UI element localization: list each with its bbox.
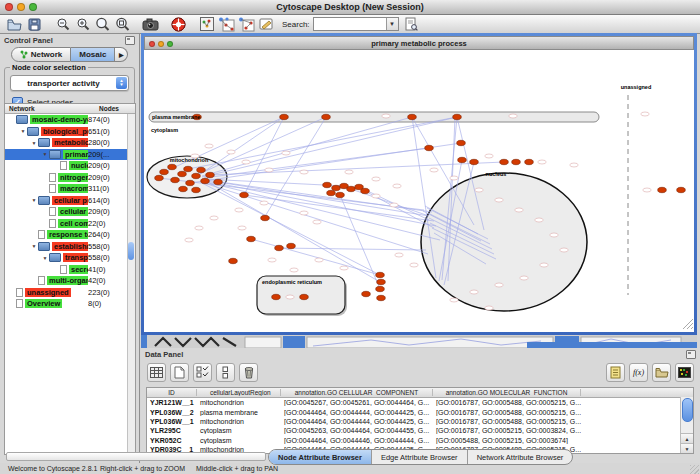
- tree-node-label[interactable]: cellular process: [52, 196, 88, 205]
- tree-row[interactable]: ▼metabolic process280(0): [5, 137, 128, 149]
- zoom-window-icon[interactable]: [29, 3, 37, 11]
- expander-icon[interactable]: ▼: [30, 140, 38, 146]
- help-button[interactable]: [170, 16, 187, 32]
- tree-node-label[interactable]: nitrogen compo: [58, 173, 88, 182]
- open-session-button[interactable]: [6, 16, 23, 32]
- scroll-down-icon[interactable]: ▼: [681, 443, 693, 453]
- node-color-dropdown[interactable]: transporter activity ▲▼: [10, 75, 129, 91]
- new-attribute-button[interactable]: [170, 363, 189, 382]
- tree-row[interactable]: response to stimulu264(0): [5, 229, 128, 241]
- tree-node-label[interactable]: establishment of lo: [52, 242, 88, 251]
- apply-layout-a-button[interactable]: [218, 16, 235, 32]
- table-row[interactable]: YJR121W__1mitochondrion[GO:0045267, GO:0…: [147, 398, 693, 407]
- search-options-button[interactable]: [403, 16, 420, 32]
- network-graph[interactable]: plasma membranecytoplasmmitochondrionnuc…: [144, 50, 694, 331]
- tree-node-label[interactable]: multi-organism pro: [47, 276, 88, 285]
- expander-icon[interactable]: ▼: [41, 255, 49, 261]
- matrix-view-button[interactable]: [675, 363, 694, 382]
- network-window-titlebar[interactable]: primary metabolic process: [144, 36, 694, 50]
- table-row[interactable]: YKR052Ccytoplasm[GO:0044464, GO:0044446,…: [147, 436, 693, 445]
- network-manager-button[interactable]: [198, 16, 215, 32]
- net-close-icon[interactable]: [149, 41, 155, 47]
- tab-network-attribute-browser[interactable]: Network Attribute Browser: [468, 450, 573, 464]
- float-panel-icon[interactable]: [125, 36, 135, 45]
- attribute-table-button[interactable]: [147, 363, 166, 382]
- window-resize-grip[interactable]: [690, 465, 699, 474]
- scroll-up-icon[interactable]: ▲: [681, 433, 693, 443]
- tree-row[interactable]: ▼biological_process651(0): [5, 126, 128, 138]
- tree-row[interactable]: secretion41(0): [5, 264, 128, 276]
- graph-nodes[interactable]: [155, 114, 686, 300]
- tree-row[interactable]: macromolecule311(0): [5, 183, 128, 195]
- tree-row[interactable]: mosaic-demo-yeast874(0): [5, 114, 128, 126]
- table-scrollbar-thumb[interactable]: [682, 398, 693, 422]
- tree-node-label[interactable]: unassigned: [25, 288, 71, 297]
- tree-node-label[interactable]: secretion: [69, 265, 88, 274]
- tree-node-label[interactable]: nucleobase-: [69, 161, 88, 170]
- net-minimize-icon[interactable]: [158, 41, 164, 47]
- tree-row[interactable]: ▼establishment of lo558(0): [5, 241, 128, 253]
- canvas-resize-grip[interactable]: [683, 319, 693, 329]
- table-row[interactable]: YPL036W__2plasma membrane[GO:0044464, GO…: [147, 407, 693, 416]
- select-attributes-button[interactable]: [193, 363, 212, 382]
- tree-row[interactable]: Overview8(0): [5, 298, 128, 310]
- search-input[interactable]: [314, 18, 386, 30]
- expander-icon[interactable]: ▼: [30, 243, 38, 249]
- tree-row[interactable]: ▼cellular process614(0): [5, 195, 128, 207]
- unselect-attributes-button[interactable]: [216, 363, 235, 382]
- tree-row[interactable]: nitrogen compo209(0): [5, 172, 128, 184]
- tree-node-label[interactable]: biological_process: [41, 127, 88, 136]
- tree-row[interactable]: multi-organism pro42(0): [5, 275, 128, 287]
- notes-button[interactable]: [606, 363, 625, 382]
- column-header[interactable]: _cellularLayoutRegion: [197, 389, 281, 396]
- delete-attribute-button[interactable]: [239, 363, 258, 382]
- minimize-icon[interactable]: [17, 3, 25, 11]
- tree-scrollbar[interactable]: [127, 114, 135, 454]
- tree-node-label[interactable]: cellular metabo: [58, 207, 88, 216]
- network-canvas[interactable]: plasma membranecytoplasmmitochondrionnuc…: [144, 50, 694, 332]
- column-header[interactable]: ID: [147, 389, 197, 396]
- tree-node-label[interactable]: primary metabo: [63, 150, 88, 159]
- close-icon[interactable]: [5, 3, 13, 11]
- tree-row[interactable]: ▼transport558(0): [5, 252, 128, 264]
- tree-node-label[interactable]: Overview: [25, 299, 62, 308]
- tree-node-label[interactable]: response to stimulu: [47, 230, 88, 239]
- expander-icon[interactable]: ▼: [41, 151, 49, 157]
- tree-node-label[interactable]: transport: [63, 253, 88, 262]
- tree-node-label[interactable]: mosaic-demo-yeast: [30, 115, 88, 124]
- save-session-button[interactable]: [26, 16, 43, 32]
- float-data-panel-icon[interactable]: [686, 350, 696, 359]
- formula-button[interactable]: f(x): [629, 363, 648, 382]
- tab-edge-attribute-browser[interactable]: Edge Attribute Browser: [372, 450, 468, 464]
- vizmapper-button[interactable]: [258, 16, 275, 32]
- tree-row[interactable]: nucleobase-209(0): [5, 160, 128, 172]
- tab-node-attribute-browser[interactable]: Node Attribute Browser: [269, 450, 372, 464]
- expander-icon[interactable]: ▼: [19, 128, 27, 134]
- apply-layout-b-button[interactable]: [238, 16, 255, 32]
- tree-row[interactable]: cell communicat22(0): [5, 218, 128, 230]
- table-row[interactable]: YLR295Ccytoplasm[GO:0045263, GO:0044464,…: [147, 426, 693, 435]
- column-header[interactable]: annotation.GO MOLECULAR_FUNCTION: [433, 389, 581, 396]
- column-header[interactable]: annotation.GO CELLULAR_COMPONENT: [281, 389, 433, 396]
- table-scrollbar[interactable]: ▲ ▼: [680, 397, 693, 453]
- tree-row[interactable]: ▼primary metabo209(...: [5, 149, 128, 161]
- search-dropdown-arrow-icon[interactable]: ▼: [386, 18, 398, 30]
- tree-node-label[interactable]: metabolic process: [52, 138, 88, 147]
- zoom-in-button[interactable]: [74, 16, 91, 32]
- tree-node-label[interactable]: cell communicat: [58, 219, 88, 228]
- expander-icon[interactable]: ▼: [30, 197, 38, 203]
- tab-network[interactable]: Network: [11, 47, 72, 62]
- tree-scrollbar-thumb[interactable]: [128, 242, 134, 260]
- dropdown-stepper-icon[interactable]: ▲▼: [116, 77, 127, 89]
- zoom-out-button[interactable]: [54, 16, 71, 32]
- tree-node-label[interactable]: macromolecule: [58, 184, 88, 193]
- table-row[interactable]: YPL036W__1mitochondrion[GO:0044464, GO:0…: [147, 417, 693, 426]
- tabs-overflow-button[interactable]: ▶: [115, 47, 128, 62]
- zoom-fit-button[interactable]: [114, 16, 131, 32]
- tab-mosaic[interactable]: Mosaic: [71, 47, 115, 62]
- snapshot-button[interactable]: [142, 16, 159, 32]
- search-field[interactable]: ▼: [313, 17, 399, 31]
- tree-row[interactable]: unassigned223(0): [5, 287, 128, 299]
- import-attributes-button[interactable]: [652, 363, 671, 382]
- net-zoom-icon[interactable]: [167, 41, 173, 47]
